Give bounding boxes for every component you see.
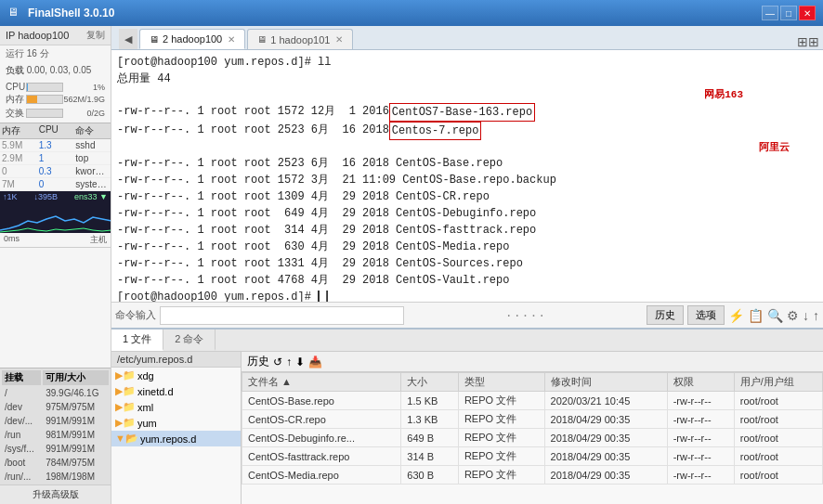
file-line-2: -rw-r--r--. 1 root root 2523 6月 16 2018 … [117,122,817,140]
file-highlight-centos7: Centos-7.repo [389,122,482,140]
tab-hadoop101[interactable]: 🖥 1 hadoop101 ✕ [247,29,353,49]
annotation-163: 网易163 [704,87,743,103]
uptime-stat: 运行 16 分 [0,45,111,62]
cmd-input-area: 命令输入 · · · · · 历史 选项 ⚡ 📋 🔍 ⚙ ↓ ↑ [111,302,823,328]
copy-button[interactable]: 复制 [86,29,105,42]
tab-hadoop100[interactable]: 🖥 2 hadoop100 ✕ [139,29,245,49]
tab-bar: ◀ 🖥 2 hadoop100 ✕ 🖥 1 hadoop101 ✕ ⊞⊞ [111,26,823,50]
tree-item-xdg[interactable]: ▶📁 xdg [111,368,241,383]
col-cmd: 命令 [73,123,111,138]
fs-section: 挂载 可用/大小 /39.9G/46.1G /dev975M/975M /dev… [0,368,111,504]
file-name: CentOS-Base.repo [242,392,401,410]
net-up: ↑1K [0,191,20,202]
maximize-button[interactable]: □ [780,6,797,20]
col-owner[interactable]: 用户/用户组 [734,373,822,392]
meters: CPU 1% 内存 562M/1.9G 交换 0/2G [0,79,111,123]
fs-row-dev2: /dev/...991M/991M [2,415,109,427]
up-dir-icon[interactable]: ↑ [286,355,292,368]
cmd-input[interactable] [160,306,404,325]
cmd-label: 命令输入 [115,308,156,322]
tab-back[interactable]: ◀ [119,29,137,49]
file-size: 1.5 KB [401,392,459,410]
upload-icon[interactable]: 📥 [308,355,322,368]
download-icon[interactable]: ⬇ [295,355,305,368]
drag-handle: · · · · · [408,307,643,324]
col-perms[interactable]: 权限 [667,373,734,392]
tab-close-2[interactable]: ✕ [335,34,343,45]
file-line-3: -rw-r--r--. 1 root root 2523 6月 16 2018 … [117,155,817,172]
col-filename[interactable]: 文件名 ▲ [242,373,401,392]
window-controls[interactable]: — □ ✕ [762,6,816,20]
tab-commands[interactable]: 2 命令 [163,330,216,351]
annotation-ali-row: 阿里云 [117,140,817,156]
terminal-section: [root@hadoop100 yum.repos.d]# ll 总用量 44 … [111,50,823,504]
mem-meter: 内存 562M/1.9G [6,93,105,106]
folder-icon: ▶📁 [115,369,136,381]
tab-files[interactable]: 1 文件 [111,330,163,351]
up-icon[interactable]: ↑ [813,308,819,323]
mem-bar-bg [26,95,63,104]
sidebar-ip: IP hadoop100 [6,30,69,41]
file-line-9: -rw-r--r--. 1 root root 1331 4月 29 2018 … [117,255,817,272]
col-type[interactable]: 类型 [458,373,544,392]
load-stat: 负载 0.00, 0.03, 0.05 [0,62,111,79]
mem-bar [27,96,37,103]
cpu-label: CPU [6,82,26,92]
tree-item-yum-repos[interactable]: ▼📂 yum.repos.d [111,431,241,446]
file-highlight-163: CentOS7-Base-163.repo [389,103,535,122]
lightning-icon[interactable]: ⚡ [728,308,744,323]
file-list-toolbar: 历史 ↺ ↑ ⬇ 📥 [242,352,823,372]
clipboard-icon[interactable]: 📋 [748,308,764,323]
terminal-output[interactable]: [root@hadoop100 yum.repos.d]# ll 总用量 44 … [111,50,823,302]
cpu-val: 1% [63,83,105,92]
minimize-button[interactable]: — [762,6,778,20]
file-row-cr[interactable]: CentOS-CR.repo 1.3 KB REPO 文件 2018/04/29… [242,410,823,429]
file-line-10: -rw-r--r--. 1 root root 4768 4月 29 2018 … [117,272,817,289]
close-button[interactable]: ✕ [799,6,816,20]
file-panel: /etc/yum.repos.d ▶📁 xdg ▶📁 xinetd.d ▶📁 x… [111,352,823,504]
history-button[interactable]: 历史 [647,305,684,325]
file-line-8: -rw-r--r--. 1 root root 630 4月 29 2018 C… [117,239,817,255]
col-mem: 内存 [0,123,37,138]
options-button[interactable]: 选项 [687,305,725,325]
terminal-line-prompt: [root@hadoop100 yum.repos.d]# ll [117,54,817,71]
file-owner: root/root [734,392,822,410]
down-icon[interactable]: ↓ [803,308,809,323]
sidebar-ip-row: IP hadoop100 复制 [0,26,111,45]
tree-item-yum[interactable]: ▶📁 yum [111,415,241,431]
swap-val: 0/2G [63,109,105,118]
search-icon[interactable]: 🔍 [767,308,783,323]
process-row-3: 0 0.3 kworker/0 [0,165,111,178]
process-row-2: 2.9M 1 top [0,152,111,165]
grid-view-button[interactable]: ⊞⊞ [797,34,819,49]
terminal-line-total: 总用量 44 [117,71,817,87]
file-row-base[interactable]: CentOS-Base.repo 1.5 KB REPO 文件 2020/03/… [242,392,823,410]
title-bar: 🖥 FinalShell 3.0.10 — □ ✕ [0,0,823,26]
file-row-fasttrack[interactable]: CentOS-fasttrack.repo 314 B REPO 文件 2018… [242,447,823,466]
tree-item-xml[interactable]: ▶📁 xml [111,399,241,415]
file-row-media[interactable]: CentOS-Media.repo 630 B REPO 文件 2018/04/… [242,466,823,485]
folder-icon: ▶📁 [115,385,136,397]
upgrade-button[interactable]: 升级高级版 [0,485,111,504]
network-graph: ↑1K ↓395B ens33 ▼ 1K 6K 4K 2K [0,191,111,233]
settings-icon[interactable]: ⚙ [787,308,799,323]
col-modified[interactable]: 修改时间 [544,373,667,392]
file-line-6: -rw-r--r--. 1 root root 649 4月 29 2018 C… [117,205,817,222]
sidebar: IP hadoop100 复制 运行 16 分 负载 0.00, 0.03, 0… [0,26,111,504]
tab-close-1[interactable]: ✕ [228,34,235,45]
bottom-panel: 1 文件 2 命令 /etc/yum.repos.d ▶📁 xdg ▶📁 [111,328,823,504]
file-line-7: -rw-r--r--. 1 root root 314 4月 29 2018 C… [117,222,817,239]
main-container: IP hadoop100 复制 运行 16 分 负载 0.00, 0.03, 0… [0,26,823,504]
refresh-icon[interactable]: ↺ [273,355,282,368]
process-table-header: 内存 CPU 命令 [0,123,111,139]
history-icon[interactable]: 历史 [247,354,269,369]
host-label: 主机 [90,234,107,246]
terminal-line-prompt2: [root@hadoop100 yum.repos.d]# █ [117,289,817,302]
app-icon: 🖥 [7,6,22,20]
swap-bar-bg [26,109,63,118]
fs-col-size: 可用/大小 [43,370,109,385]
file-row-debug[interactable]: CentOS-Debuginfo.re... 649 B REPO 文件 201… [242,429,823,447]
annotation-row: 网易163 [117,87,817,103]
col-size[interactable]: 大小 [401,373,459,392]
tree-item-xinetd[interactable]: ▶📁 xinetd.d [111,383,241,399]
